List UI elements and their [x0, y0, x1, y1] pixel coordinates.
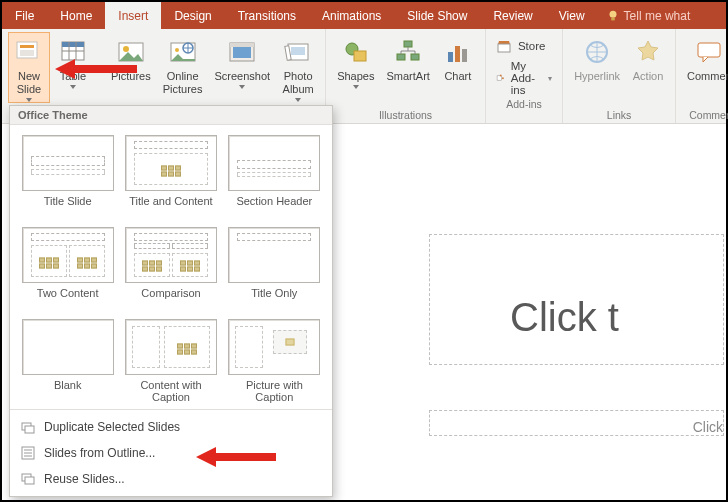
- tell-me-text: Tell me what: [624, 9, 691, 23]
- chart-button[interactable]: Chart: [437, 32, 479, 84]
- tab-view[interactable]: View: [546, 2, 598, 29]
- addins-icon: [496, 70, 505, 86]
- outline-icon: [20, 445, 36, 461]
- comment-icon: [693, 36, 725, 68]
- store-button[interactable]: Store: [492, 36, 556, 56]
- my-addins-button[interactable]: My Add-ins ▾: [492, 58, 556, 98]
- title-placeholder[interactable]: Click t: [429, 234, 724, 365]
- tell-me[interactable]: Tell me what: [598, 2, 691, 29]
- svg-rect-28: [462, 49, 467, 62]
- pictures-label: Pictures: [111, 70, 151, 83]
- svg-rect-22: [354, 51, 366, 61]
- svg-point-0: [609, 10, 616, 17]
- layout-title-and-content[interactable]: Title and Content: [121, 133, 220, 221]
- table-button[interactable]: Table: [52, 32, 94, 90]
- svg-rect-42: [25, 477, 34, 484]
- online-pictures-label: Online Pictures: [163, 70, 203, 96]
- action-icon: [632, 36, 664, 68]
- svg-rect-17: [230, 43, 254, 47]
- svg-rect-23: [404, 41, 412, 47]
- layout-comparison[interactable]: Comparison: [121, 225, 220, 313]
- screenshot-button[interactable]: Screenshot: [210, 32, 276, 90]
- svg-rect-26: [448, 52, 453, 62]
- svg-point-11: [123, 46, 129, 52]
- bulb-icon: [606, 9, 620, 23]
- screenshot-icon: [226, 36, 258, 68]
- new-slide-label: New Slide: [17, 70, 41, 102]
- hyperlink-button[interactable]: Hyperlink: [569, 32, 625, 84]
- smartart-icon: [392, 36, 424, 68]
- svg-rect-6: [62, 42, 84, 47]
- pictures-button[interactable]: Pictures: [106, 32, 156, 84]
- tab-review[interactable]: Review: [480, 2, 545, 29]
- layout-blank[interactable]: Blank: [18, 317, 117, 405]
- tab-file[interactable]: File: [2, 2, 47, 29]
- group-comments-label: Commer: [682, 109, 728, 123]
- pictures-icon: [115, 36, 147, 68]
- table-icon: [57, 36, 89, 68]
- gallery-footer: Duplicate Selected Slides Slides from Ou…: [10, 409, 332, 496]
- photo-album-button[interactable]: Photo Album: [277, 32, 319, 103]
- layout-grid: Title Slide Title and Content Section He…: [10, 125, 332, 409]
- store-label: Store: [518, 40, 546, 52]
- smartart-label: SmartArt: [386, 70, 429, 83]
- layout-two-content[interactable]: Two Content: [18, 225, 117, 313]
- svg-rect-36: [25, 426, 34, 433]
- svg-rect-25: [411, 54, 419, 60]
- svg-point-14: [175, 48, 179, 52]
- layout-picture-with-caption[interactable]: Picture with Caption: [225, 317, 324, 405]
- layout-title-only[interactable]: Title Only: [225, 225, 324, 313]
- svg-rect-32: [502, 77, 504, 79]
- layout-content-with-caption[interactable]: Content with Caption: [121, 317, 220, 405]
- layout-section-header[interactable]: Section Header: [225, 133, 324, 221]
- tab-slideshow[interactable]: Slide Show: [394, 2, 480, 29]
- table-label: Table: [60, 70, 86, 89]
- title-text: Click t: [510, 295, 723, 340]
- svg-rect-30: [497, 76, 501, 80]
- new-slide-button[interactable]: New Slide: [8, 32, 50, 103]
- photo-album-label: Photo Album: [283, 70, 314, 102]
- new-slide-icon: [13, 36, 45, 68]
- comment-button[interactable]: Commen: [682, 32, 728, 84]
- svg-rect-3: [20, 45, 34, 48]
- svg-rect-4: [20, 50, 34, 56]
- my-addins-label: My Add-ins: [511, 60, 542, 96]
- store-icon: [496, 38, 512, 54]
- reuse-slides[interactable]: Reuse Slides...: [10, 466, 332, 492]
- action-button[interactable]: Action: [627, 32, 669, 84]
- app-frame: File Home Insert Design Transitions Anim…: [0, 0, 728, 502]
- svg-rect-31: [500, 75, 502, 77]
- chart-label: Chart: [444, 70, 471, 83]
- photo-album-icon: [282, 36, 314, 68]
- gallery-header: Office Theme: [10, 106, 332, 125]
- subtitle-text: Click: [430, 419, 723, 435]
- reuse-icon: [20, 471, 36, 487]
- online-pictures-button[interactable]: Online Pictures: [158, 32, 208, 97]
- svg-rect-24: [397, 54, 405, 60]
- svg-rect-16: [233, 46, 251, 58]
- slides-from-outline[interactable]: Slides from Outline...: [10, 440, 332, 466]
- tab-design[interactable]: Design: [161, 2, 224, 29]
- action-label: Action: [633, 70, 664, 83]
- comment-label: Commen: [687, 70, 728, 83]
- ribbon-tabs: File Home Insert Design Transitions Anim…: [2, 2, 726, 29]
- smartart-button[interactable]: SmartArt: [381, 32, 434, 84]
- slide-canvas[interactable]: Click t Click: [404, 232, 724, 498]
- svg-rect-1: [611, 17, 615, 20]
- group-addins-label: Add-ins: [492, 98, 556, 112]
- svg-rect-29: [498, 44, 510, 52]
- shapes-label: Shapes: [337, 70, 374, 89]
- hyperlink-icon: [581, 36, 613, 68]
- duplicate-slides[interactable]: Duplicate Selected Slides: [10, 414, 332, 440]
- tab-insert[interactable]: Insert: [105, 2, 161, 29]
- layout-title-slide[interactable]: Title Slide: [18, 133, 117, 221]
- tab-home[interactable]: Home: [47, 2, 105, 29]
- group-links-label: Links: [569, 109, 669, 123]
- tab-transitions[interactable]: Transitions: [225, 2, 309, 29]
- subtitle-placeholder[interactable]: Click: [429, 410, 724, 436]
- chart-icon: [442, 36, 474, 68]
- duplicate-icon: [20, 419, 36, 435]
- tab-animations[interactable]: Animations: [309, 2, 394, 29]
- svg-rect-34: [698, 43, 720, 57]
- shapes-button[interactable]: Shapes: [332, 32, 379, 90]
